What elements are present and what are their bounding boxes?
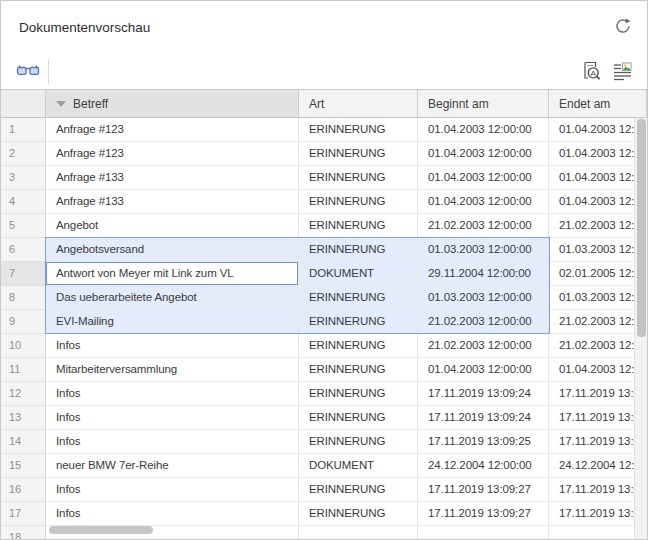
cell-endet[interactable]: 24.12.2004 12:00:00 [549, 454, 647, 478]
cell-beginnt[interactable]: 21.02.2003 12:00:00 [418, 310, 549, 334]
row-number[interactable]: 13 [1, 406, 46, 430]
cell-endet[interactable]: 01.04.2003 12:00:00 [549, 190, 647, 214]
row-number[interactable]: 18 [1, 526, 46, 539]
column-header-endet[interactable]: Endet am [549, 90, 647, 118]
cell-endet[interactable]: 21.02.2003 12:00:00 [549, 334, 647, 358]
preview-search-button[interactable]: A [581, 61, 602, 82]
cell-endet[interactable]: 17.11.2019 13:09:25 [549, 430, 647, 454]
cell-betreff[interactable]: Anfrage #133 [46, 166, 299, 190]
row-number[interactable]: 9 [1, 310, 46, 334]
row-number[interactable]: 7 [1, 262, 46, 286]
cell-art[interactable]: ERINNERUNG [299, 142, 418, 166]
cell-betreff[interactable]: Anfrage #123 [46, 142, 299, 166]
cell-betreff[interactable]: Angebotsversand [46, 238, 299, 262]
cell-endet[interactable]: 01.03.2003 12:00:00 [549, 238, 647, 262]
row-number[interactable]: 1 [1, 118, 46, 142]
row-indicator-header[interactable] [1, 90, 46, 118]
column-header-beginnt[interactable]: Beginnt am [418, 90, 549, 118]
cell-endet[interactable] [549, 526, 647, 539]
cell-beginnt[interactable]: 24.12.2004 12:00:00 [418, 454, 549, 478]
cell-endet[interactable]: 21.02.2003 12:00:00 [549, 310, 647, 334]
cell-art[interactable]: ERINNERUNG [299, 502, 418, 526]
cell-betreff[interactable]: Infos [46, 430, 299, 454]
cell-betreff[interactable]: Das ueberarbeitete Angebot [46, 286, 299, 310]
row-number[interactable]: 8 [1, 286, 46, 310]
cell-art[interactable]: ERINNERUNG [299, 478, 418, 502]
cell-art[interactable] [299, 526, 418, 539]
cell-endet[interactable]: 17.11.2019 13:09:24 [549, 382, 647, 406]
cell-art[interactable]: ERINNERUNG [299, 334, 418, 358]
cell-art[interactable]: ERINNERUNG [299, 190, 418, 214]
row-number[interactable]: 17 [1, 502, 46, 526]
cell-art[interactable]: ERINNERUNG [299, 382, 418, 406]
reading-mode-button[interactable] [15, 61, 41, 79]
cell-art[interactable]: ERINNERUNG [299, 406, 418, 430]
cell-art[interactable]: ERINNERUNG [299, 166, 418, 190]
refresh-button[interactable] [613, 16, 633, 36]
row-number[interactable]: 2 [1, 142, 46, 166]
cell-art[interactable]: DOKUMENT [299, 262, 418, 286]
cell-art[interactable]: ERINNERUNG [299, 286, 418, 310]
row-number[interactable]: 4 [1, 190, 46, 214]
cell-endet[interactable]: 17.11.2019 13:09:27 [549, 502, 647, 526]
cell-betreff[interactable]: Mitarbeiterversammlung [46, 358, 299, 382]
vertical-scrollbar-thumb[interactable] [637, 119, 646, 337]
row-number[interactable]: 3 [1, 166, 46, 190]
column-header-betreff[interactable]: Betreff [46, 90, 299, 118]
vertical-scrollbar[interactable] [634, 118, 647, 539]
cell-beginnt[interactable]: 01.04.2003 12:00:00 [418, 166, 549, 190]
cell-endet[interactable]: 01.04.2003 12:00:00 [549, 118, 647, 142]
cell-endet[interactable]: 17.11.2019 13:09:27 [549, 478, 647, 502]
row-number[interactable]: 11 [1, 358, 46, 382]
cell-beginnt[interactable]: 17.11.2019 13:09:27 [418, 478, 549, 502]
cell-endet[interactable]: 17.11.2019 13:09:24 [549, 406, 647, 430]
cell-beginnt[interactable]: 29.11.2004 12:00:00 [418, 262, 549, 286]
cell-beginnt[interactable]: 01.04.2003 12:00:00 [418, 190, 549, 214]
cell-endet[interactable]: 21.02.2003 12:00:00 [549, 214, 647, 238]
cell-betreff[interactable]: Anfrage #123 [46, 118, 299, 142]
show-image-button[interactable] [612, 61, 633, 82]
row-number[interactable]: 5 [1, 214, 46, 238]
cell-betreff[interactable]: Infos [46, 334, 299, 358]
cell-beginnt[interactable]: 17.11.2019 13:09:24 [418, 406, 549, 430]
cell-art[interactable]: ERINNERUNG [299, 358, 418, 382]
cell-betreff[interactable]: Infos [46, 502, 299, 526]
cell-art[interactable]: ERINNERUNG [299, 430, 418, 454]
cell-endet[interactable]: 01.04.2003 12:00:00 [549, 142, 647, 166]
cell-beginnt[interactable]: 21.02.2003 12:00:00 [418, 214, 549, 238]
cell-beginnt[interactable]: 17.11.2019 13:09:27 [418, 502, 549, 526]
cell-art[interactable]: ERINNERUNG [299, 238, 418, 262]
cell-betreff[interactable]: Infos [46, 478, 299, 502]
row-number[interactable]: 6 [1, 238, 46, 262]
cell-betreff[interactable]: Infos [46, 406, 299, 430]
row-number[interactable]: 12 [1, 382, 46, 406]
cell-endet[interactable]: 01.04.2003 12:00:00 [549, 166, 647, 190]
cell-endet[interactable]: 01.04.2003 12:00:00 [549, 358, 647, 382]
cell-art[interactable]: ERINNERUNG [299, 310, 418, 334]
row-number[interactable]: 15 [1, 454, 46, 478]
cell-art[interactable]: ERINNERUNG [299, 118, 418, 142]
cell-beginnt[interactable]: 17.11.2019 13:09:24 [418, 382, 549, 406]
cell-endet[interactable]: 01.03.2003 12:00:00 [549, 286, 647, 310]
cell-betreff[interactable]: Angebot [46, 214, 299, 238]
row-number[interactable]: 16 [1, 478, 46, 502]
cell-betreff[interactable]: neuer BMW 7er-Reihe [46, 454, 299, 478]
cell-art[interactable]: DOKUMENT [299, 454, 418, 478]
cell-beginnt[interactable] [418, 526, 549, 539]
cell-beginnt[interactable]: 01.03.2003 12:00:00 [418, 286, 549, 310]
cell-art[interactable]: ERINNERUNG [299, 214, 418, 238]
column-header-art[interactable]: Art [299, 90, 418, 118]
cell-beginnt[interactable]: 21.02.2003 12:00:00 [418, 334, 549, 358]
cell-betreff[interactable]: Infos [46, 382, 299, 406]
cell-beginnt[interactable]: 01.04.2003 12:00:00 [418, 118, 549, 142]
cell-beginnt[interactable]: 01.04.2003 12:00:00 [418, 358, 549, 382]
cell-endet[interactable]: 02.01.2005 12:00:00 [549, 262, 647, 286]
cell-betreff[interactable]: Antwort von Meyer mit Link zum VL [46, 262, 299, 286]
row-number[interactable]: 10 [1, 334, 46, 358]
row-number[interactable]: 14 [1, 430, 46, 454]
cell-betreff[interactable]: Anfrage #133 [46, 190, 299, 214]
cell-beginnt[interactable]: 17.11.2019 13:09:25 [418, 430, 549, 454]
horizontal-scrollbar-thumb[interactable] [49, 526, 153, 534]
cell-betreff[interactable]: EVI-Mailing [46, 310, 299, 334]
cell-beginnt[interactable]: 01.04.2003 12:00:00 [418, 142, 549, 166]
